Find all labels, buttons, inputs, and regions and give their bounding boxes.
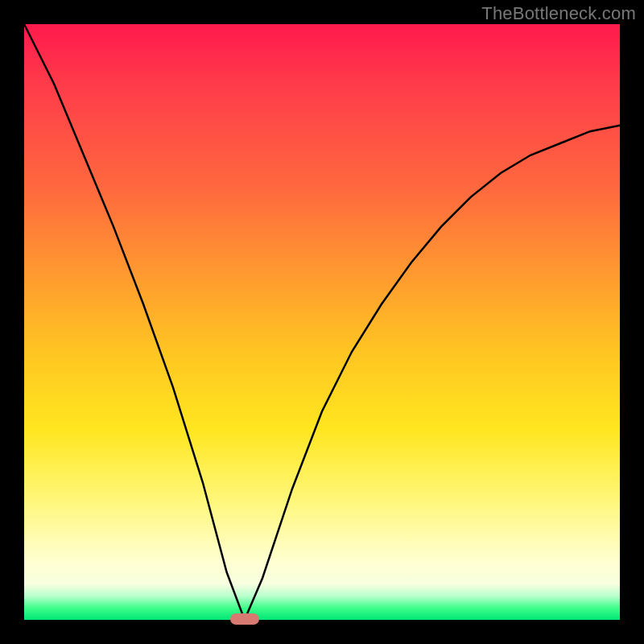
minimum-marker bbox=[230, 613, 259, 625]
chart-frame: TheBottleneck.com bbox=[0, 0, 644, 644]
curve-path bbox=[24, 24, 620, 620]
watermark-text: TheBottleneck.com bbox=[481, 3, 636, 24]
plot-area bbox=[24, 24, 620, 620]
bottleneck-curve bbox=[24, 24, 620, 620]
